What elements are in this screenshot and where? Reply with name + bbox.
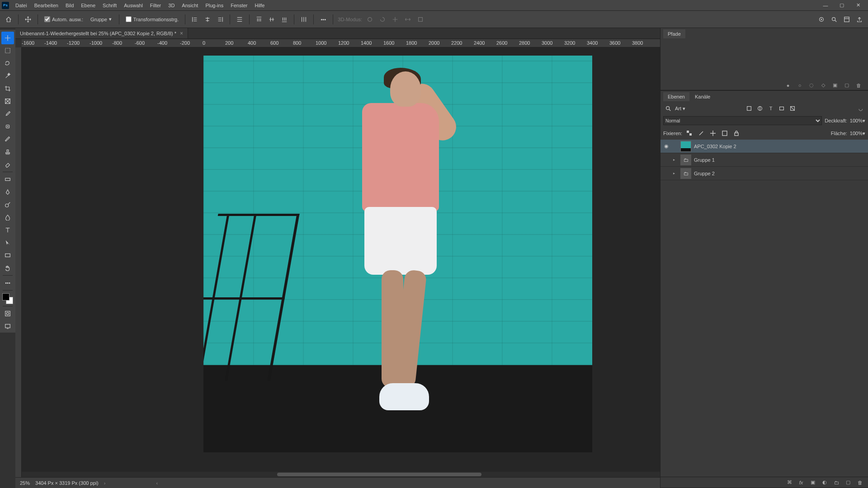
- layer-name[interactable]: Gruppe 1: [694, 157, 715, 163]
- zoom-readout[interactable]: 25%: [20, 480, 30, 486]
- menu-filter[interactable]: Filter: [146, 0, 165, 10]
- scroll-left-icon[interactable]: ‹: [156, 480, 158, 486]
- cloud-docs-button[interactable]: [816, 14, 826, 24]
- filter-toggle-switch[interactable]: ◡: [856, 104, 865, 113]
- filter-adjust-button[interactable]: [755, 104, 764, 113]
- lock-artboard-button[interactable]: [720, 129, 729, 138]
- frame-tool[interactable]: [1, 95, 14, 108]
- pen-tool[interactable]: [1, 186, 14, 198]
- gradient-tool[interactable]: [1, 173, 14, 186]
- screen-mode-button[interactable]: [1, 320, 14, 333]
- auto-select-checkbox[interactable]: Autom. ausw.:: [42, 16, 85, 22]
- align-right-button[interactable]: [215, 14, 225, 24]
- layer-name[interactable]: Gruppe 2: [694, 171, 715, 176]
- align-top-button[interactable]: [254, 14, 264, 24]
- home-button[interactable]: [4, 14, 14, 24]
- delete-layer-button[interactable]: 🗑: [856, 479, 863, 486]
- path-select-tool[interactable]: [1, 236, 14, 249]
- document-tab[interactable]: Unbenannt-1-Wiederhergestellt bei 25% (A…: [15, 28, 188, 38]
- layer-row[interactable]: ▸ 🗀 Gruppe 1: [660, 153, 868, 167]
- filter-shape-button[interactable]: [777, 104, 786, 113]
- hand-tool[interactable]: [1, 262, 14, 274]
- align-center-v-button[interactable]: [267, 14, 277, 24]
- window-maximize-button[interactable]: ▢: [834, 1, 850, 10]
- canvas-area[interactable]: [22, 47, 660, 477]
- marquee-tool[interactable]: [1, 44, 14, 57]
- dodge-tool[interactable]: [1, 198, 14, 211]
- blur-tool[interactable]: [1, 211, 14, 224]
- edit-toolbar-button[interactable]: •••: [1, 277, 14, 289]
- stroke-path-icon[interactable]: ○: [797, 82, 803, 89]
- adjustment-layer-button[interactable]: ◐: [821, 479, 828, 486]
- tab-kanaele[interactable]: Kanäle: [690, 92, 715, 101]
- eraser-tool[interactable]: [1, 158, 14, 171]
- quick-mask-button[interactable]: [1, 307, 14, 320]
- expand-icon[interactable]: ▸: [673, 158, 678, 162]
- new-path-icon[interactable]: ▢: [844, 82, 850, 89]
- search-button[interactable]: [829, 14, 839, 24]
- layer-fx-button[interactable]: fx: [797, 479, 805, 486]
- distribute-button[interactable]: [235, 14, 245, 24]
- menu-plugins[interactable]: Plug-ins: [202, 0, 227, 10]
- tab-ebenen[interactable]: Ebenen: [663, 92, 689, 101]
- lock-transparent-button[interactable]: [685, 129, 694, 138]
- menu-ebene[interactable]: Ebene: [77, 0, 99, 10]
- wand-tool[interactable]: [1, 70, 14, 82]
- layer-thumbnail[interactable]: [680, 141, 691, 152]
- blend-mode-dropdown[interactable]: Normal: [663, 116, 822, 125]
- layer-name[interactable]: APC_0302 Kopie 2: [694, 144, 736, 149]
- brush-tool[interactable]: [1, 133, 14, 145]
- align-center-h-button[interactable]: [203, 14, 212, 24]
- close-tab-button[interactable]: ×: [180, 30, 183, 37]
- eyedropper-tool[interactable]: [1, 108, 14, 120]
- link-layers-button[interactable]: ⌘: [786, 479, 793, 486]
- filter-type-button[interactable]: T: [766, 104, 775, 113]
- lasso-tool[interactable]: [1, 57, 14, 70]
- new-group-button[interactable]: 🗀: [833, 479, 840, 486]
- distribute-v-button[interactable]: [299, 14, 309, 24]
- menu-bild[interactable]: Bild: [62, 0, 77, 10]
- fill-path-icon[interactable]: ●: [785, 82, 791, 89]
- transform-controls-checkbox[interactable]: Transformationsstrg.: [124, 16, 180, 22]
- mask-path-icon[interactable]: ▣: [832, 82, 838, 89]
- filter-smart-button[interactable]: [788, 104, 797, 113]
- layer-row[interactable]: ▸ 🗀 Gruppe 2: [660, 167, 868, 180]
- menu-auswahl[interactable]: Auswahl: [120, 0, 146, 10]
- lock-position-button[interactable]: [708, 129, 717, 138]
- lock-pixels-button[interactable]: [697, 129, 706, 138]
- visibility-toggle[interactable]: ◉: [662, 143, 670, 149]
- healing-tool[interactable]: [1, 120, 14, 133]
- selection-path-icon[interactable]: ◌: [808, 82, 815, 89]
- menu-fenster[interactable]: Fenster: [227, 0, 251, 10]
- menu-schrift[interactable]: Schrift: [99, 0, 120, 10]
- crop-tool[interactable]: [1, 82, 14, 95]
- tab-pfade[interactable]: Pfade: [663, 29, 685, 38]
- align-bottom-button[interactable]: [279, 14, 289, 24]
- auto-select-target-dropdown[interactable]: Gruppe▾: [88, 15, 114, 23]
- delete-path-icon[interactable]: 🗑: [855, 82, 862, 89]
- align-left-button[interactable]: [190, 14, 200, 24]
- opacity-value[interactable]: 100%▾: [850, 118, 865, 124]
- filter-pixel-button[interactable]: [745, 104, 754, 113]
- filter-kind-dropdown[interactable]: Art ▾: [675, 106, 685, 112]
- rectangle-tool[interactable]: [1, 249, 14, 262]
- menu-ansicht[interactable]: Ansicht: [178, 0, 202, 10]
- workspace-button[interactable]: [842, 14, 852, 24]
- type-tool[interactable]: [1, 224, 14, 236]
- more-options-button[interactable]: •••: [318, 14, 328, 24]
- menu-bearbeiten[interactable]: Bearbeiten: [31, 0, 62, 10]
- share-button[interactable]: [854, 14, 864, 24]
- layer-row[interactable]: ◉ APC_0302 Kopie 2: [660, 140, 868, 153]
- expand-icon[interactable]: ▸: [673, 171, 678, 175]
- doc-info-menu-icon[interactable]: ›: [104, 480, 106, 486]
- path-shape-icon[interactable]: ◇: [820, 82, 826, 89]
- move-tool[interactable]: [1, 32, 14, 44]
- stamp-tool[interactable]: [1, 145, 14, 158]
- new-layer-button[interactable]: ▢: [844, 479, 852, 486]
- window-close-button[interactable]: ✕: [850, 1, 866, 10]
- add-mask-button[interactable]: ▣: [809, 479, 816, 486]
- color-swatches[interactable]: [1, 292, 14, 305]
- doc-info-readout[interactable]: 3404 Px × 3319 Px (300 ppi): [35, 480, 99, 486]
- document-canvas[interactable]: [203, 56, 592, 452]
- menu-datei[interactable]: Datei: [12, 0, 31, 10]
